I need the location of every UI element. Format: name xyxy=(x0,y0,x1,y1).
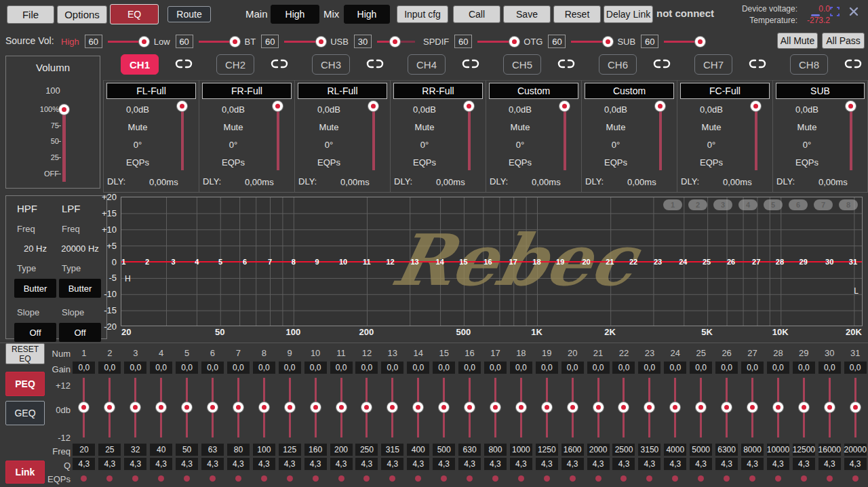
preset-button-2[interactable]: 2 xyxy=(688,199,707,210)
slider-knob[interactable] xyxy=(655,101,665,111)
band-eqps-indicator[interactable] xyxy=(415,475,421,482)
slider-knob[interactable] xyxy=(670,402,680,412)
delay-value[interactable]: 0,00ms xyxy=(340,177,370,187)
band-q-value[interactable]: 4,3 xyxy=(715,458,738,470)
band-gain-slider[interactable] xyxy=(310,376,321,439)
band-freq-value[interactable]: 16000 xyxy=(818,444,841,456)
band-gain-slider[interactable] xyxy=(669,376,681,439)
channel-name-ch3[interactable]: RL-Full xyxy=(298,83,387,99)
band-marker-2[interactable]: 2 xyxy=(145,258,149,266)
band-eqps-indicator[interactable] xyxy=(441,475,447,482)
close-icon[interactable] xyxy=(849,7,859,16)
band-gain-slider[interactable] xyxy=(515,376,527,439)
band-freq-value[interactable]: 6300 xyxy=(715,444,738,456)
band-eqps-indicator[interactable] xyxy=(261,475,267,482)
band-freq-value[interactable]: 5000 xyxy=(690,444,712,456)
band-eqps-indicator[interactable] xyxy=(235,475,241,482)
channel-eqps-button[interactable]: EQPs xyxy=(679,154,744,172)
slider-knob[interactable] xyxy=(603,37,613,47)
band-eqps-indicator[interactable] xyxy=(724,475,730,482)
slider-knob[interactable] xyxy=(542,402,552,412)
band-eqps-indicator[interactable] xyxy=(827,475,833,482)
source-high-value[interactable]: 60 xyxy=(85,35,102,48)
band-gain-value[interactable]: 0,0 xyxy=(98,362,121,374)
band-marker-11[interactable]: 11 xyxy=(363,258,371,266)
delay-value[interactable]: 0,00ms xyxy=(818,177,848,187)
hpf-freq-value[interactable]: 20 Hz xyxy=(13,244,58,254)
band-gain-slider[interactable] xyxy=(155,376,167,439)
band-marker-30[interactable]: 30 xyxy=(825,258,833,266)
band-gain-value[interactable]: 0,0 xyxy=(458,362,481,374)
band-freq-value[interactable]: 63 xyxy=(201,444,224,456)
eq-tab-button[interactable]: EQ xyxy=(110,4,159,24)
band-marker-9[interactable]: 9 xyxy=(315,258,319,266)
band-gain-value[interactable]: 0,0 xyxy=(407,362,429,374)
slider-knob[interactable] xyxy=(799,402,809,412)
band-q-value[interactable]: 4,3 xyxy=(793,458,815,470)
band-q-value[interactable]: 4,3 xyxy=(818,458,841,470)
band-q-value[interactable]: 4,3 xyxy=(587,458,610,470)
band-marker-24[interactable]: 24 xyxy=(679,258,687,266)
slider-knob[interactable] xyxy=(696,402,706,412)
channel-gain-slider[interactable] xyxy=(464,102,475,172)
slider-knob[interactable] xyxy=(230,37,240,47)
slider-knob[interactable] xyxy=(208,402,218,412)
slider-knob[interactable] xyxy=(273,101,283,111)
band-q-value[interactable]: 4,3 xyxy=(150,458,172,470)
slider-knob[interactable] xyxy=(559,101,570,111)
band-eqps-indicator[interactable] xyxy=(544,475,550,482)
save-button[interactable]: Save xyxy=(503,5,551,23)
band-eqps-indicator[interactable] xyxy=(570,475,576,482)
channel-gain-value[interactable]: 0,0dB xyxy=(201,101,266,119)
all-mute-button[interactable]: All Mute xyxy=(777,33,818,49)
band-freq-value[interactable]: 80 xyxy=(227,444,250,456)
band-freq-value[interactable]: 2000 xyxy=(587,444,610,456)
delay-value[interactable]: 0,00ms xyxy=(532,177,561,187)
channel-gain-slider[interactable] xyxy=(751,102,762,172)
slider-knob[interactable] xyxy=(751,101,761,111)
delay-value[interactable]: 0,00ms xyxy=(436,177,465,187)
band-eqps-indicator[interactable] xyxy=(646,475,652,482)
channel-gain-slider[interactable] xyxy=(273,102,283,172)
slider-knob[interactable] xyxy=(104,402,115,412)
source-spdif-slider[interactable] xyxy=(477,36,515,47)
band-gain-slider[interactable] xyxy=(541,376,553,439)
band-freq-value[interactable]: 1000 xyxy=(510,444,532,456)
band-freq-value[interactable]: 2500 xyxy=(612,444,635,456)
band-gain-value[interactable]: 0,0 xyxy=(279,362,301,374)
band-marker-16[interactable]: 16 xyxy=(484,258,492,266)
band-gain-value[interactable]: 0,0 xyxy=(176,362,198,374)
band-marker-10[interactable]: 10 xyxy=(339,258,347,266)
band-eqps-indicator[interactable] xyxy=(595,475,601,482)
band-q-value[interactable]: 4,3 xyxy=(458,458,481,470)
channel-gain-value[interactable]: 0,0dB xyxy=(488,101,553,119)
slider-knob[interactable] xyxy=(79,402,89,412)
band-gain-value[interactable]: 0,0 xyxy=(844,362,867,374)
slider-knob[interactable] xyxy=(336,402,347,412)
band-q-value[interactable]: 4,3 xyxy=(98,458,121,470)
band-marker-3[interactable]: 3 xyxy=(171,258,175,266)
band-gain-value[interactable]: 0,0 xyxy=(793,362,815,374)
slider-knob[interactable] xyxy=(773,402,783,412)
band-q-value[interactable]: 4,3 xyxy=(355,458,378,470)
band-q-value[interactable]: 4,3 xyxy=(510,458,532,470)
band-q-value[interactable]: 4,3 xyxy=(612,458,635,470)
channel-gain-slider[interactable] xyxy=(559,102,570,172)
channel-select-ch7[interactable]: CH7 xyxy=(694,54,732,75)
band-marker-29[interactable]: 29 xyxy=(800,258,808,266)
band-gain-slider[interactable] xyxy=(361,376,372,439)
band-freq-value[interactable]: 315 xyxy=(381,444,403,456)
eq-response-graph[interactable]: Rebec 1234567891011121314151617181920212… xyxy=(121,197,863,326)
channel-mute-button[interactable]: Mute xyxy=(201,119,266,136)
band-marker-28[interactable]: 28 xyxy=(776,258,784,266)
band-eqps-indicator[interactable] xyxy=(363,475,370,482)
band-marker-25[interactable]: 25 xyxy=(703,258,711,266)
slider-knob[interactable] xyxy=(465,402,475,412)
band-marker-7[interactable]: 7 xyxy=(268,258,272,266)
band-gain-slider[interactable] xyxy=(233,376,244,439)
band-marker-13[interactable]: 13 xyxy=(410,258,418,266)
band-eqps-indicator[interactable] xyxy=(698,475,704,482)
slider-knob[interactable] xyxy=(130,402,140,412)
band-gain-slider[interactable] xyxy=(464,376,475,439)
channel-eqps-button[interactable]: EQPs xyxy=(583,154,648,172)
